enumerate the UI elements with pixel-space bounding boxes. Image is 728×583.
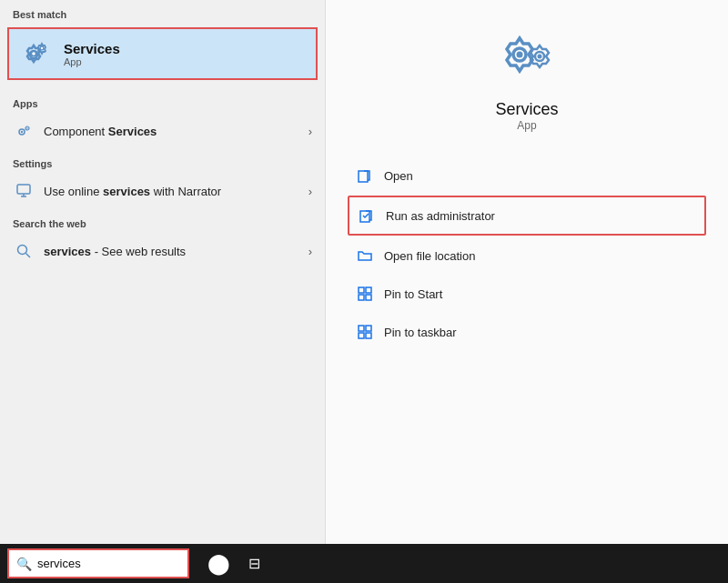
apps-section: Apps Component Services ›: [0, 89, 325, 149]
narrator-icon: [13, 180, 35, 202]
svg-rect-21: [366, 287, 371, 293]
web-services-chevron: ›: [308, 245, 312, 258]
open-icon: [355, 166, 375, 186]
pin-to-taskbar-action[interactable]: Pin to taskbar: [348, 314, 706, 350]
pin-to-start-label: Pin to Start: [384, 287, 442, 301]
pin-to-start-action[interactable]: Pin to Start: [348, 276, 706, 312]
narrator-chevron: ›: [308, 185, 312, 198]
pin-taskbar-icon: [355, 322, 375, 342]
svg-point-17: [538, 55, 542, 59]
action-list: Open Run as administrator: [348, 157, 706, 350]
search-input[interactable]: [37, 557, 174, 570]
best-match-label: Best match: [0, 0, 325, 24]
best-match-title: Services: [64, 41, 120, 56]
svg-rect-24: [359, 326, 364, 331]
open-file-location-action[interactable]: Open file location: [348, 237, 706, 274]
narrator-services-item[interactable]: Use online services with Narrator ›: [0, 173, 325, 209]
svg-rect-22: [359, 295, 364, 300]
web-services-item[interactable]: services - See web results ›: [0, 233, 325, 269]
svg-point-4: [41, 47, 43, 49]
right-panel: Services App Open: [325, 0, 728, 544]
open-file-location-label: Open file location: [384, 249, 475, 263]
svg-point-6: [21, 131, 23, 133]
left-panel: Best match: [0, 0, 325, 544]
settings-section: Settings Use online services with Narrat…: [0, 149, 325, 209]
svg-rect-23: [366, 295, 371, 300]
task-view-icon[interactable]: ⊟: [248, 555, 260, 572]
search-box[interactable]: 🔍: [7, 548, 189, 578]
svg-rect-20: [359, 287, 364, 293]
taskbar-icons: ⬤ ⊟: [207, 552, 260, 576]
svg-line-13: [26, 254, 31, 258]
svg-point-2: [32, 52, 35, 55]
start-menu: Best match: [0, 0, 728, 544]
svg-rect-26: [359, 333, 364, 338]
settings-label: Settings: [0, 149, 325, 173]
admin-icon: [357, 206, 377, 226]
app-header: Services App: [348, 18, 706, 132]
svg-rect-27: [366, 333, 371, 338]
component-services-chevron: ›: [308, 125, 312, 138]
web-section: Search the web services - See web result…: [0, 209, 325, 269]
search-icon: 🔍: [16, 557, 32, 571]
folder-icon: [355, 246, 375, 266]
svg-rect-18: [359, 171, 368, 182]
search-web-icon: [13, 240, 35, 262]
svg-rect-9: [17, 185, 30, 194]
best-match-text: Services App: [64, 41, 120, 67]
component-services-icon: [13, 120, 35, 142]
component-services-item[interactable]: Component Services ›: [0, 113, 325, 149]
narrator-services-label: Use online services with Narrator: [44, 185, 308, 198]
web-label: Search the web: [0, 209, 325, 233]
svg-point-12: [18, 246, 27, 255]
component-services-label: Component Services: [44, 125, 308, 138]
svg-point-8: [26, 127, 28, 129]
run-as-admin-label: Run as administrator: [386, 209, 495, 223]
taskbar: 🔍 ⬤ ⊟: [0, 544, 728, 583]
web-services-label: services - See web results: [44, 245, 308, 258]
best-match-item[interactable]: Services App: [7, 27, 318, 80]
cortana-icon[interactable]: ⬤: [207, 552, 230, 576]
apps-label: Apps: [0, 89, 325, 113]
run-as-admin-action[interactable]: Run as administrator: [348, 196, 706, 236]
pin-to-taskbar-label: Pin to taskbar: [384, 326, 457, 339]
best-match-subtitle: App: [64, 56, 120, 67]
app-header-icon: [494, 27, 560, 93]
app-type: App: [517, 119, 536, 132]
open-label: Open: [384, 169, 413, 183]
open-action[interactable]: Open: [348, 157, 706, 194]
svg-point-15: [517, 52, 523, 58]
services-icon: [20, 36, 55, 71]
svg-rect-25: [366, 326, 371, 331]
pin-start-icon: [355, 284, 375, 304]
app-name: Services: [495, 100, 558, 119]
